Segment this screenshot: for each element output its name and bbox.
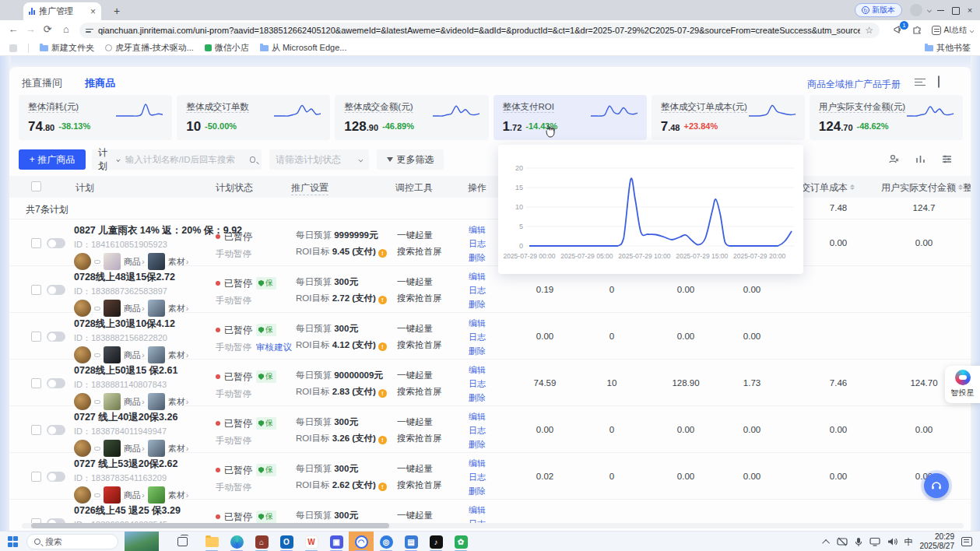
plan-title[interactable]: 0728线上50退15 保2.61: [74, 364, 218, 377]
metrics-columns-icon[interactable]: [913, 153, 927, 167]
plan-title[interactable]: 0728线上48退15保2.72: [74, 271, 218, 284]
search-top-screen-link[interactable]: 搜索抢首屏: [397, 386, 459, 398]
plan-title[interactable]: 0827 儿童雨衣 14% 返：20% 保：9.92: [74, 224, 218, 237]
stat-card-orders[interactable]: 整体成交订单数 10-50.00%: [177, 95, 330, 140]
edit-link[interactable]: 编辑: [462, 411, 493, 423]
row-enable-toggle[interactable]: [47, 238, 65, 248]
delete-link[interactable]: 删除: [462, 486, 493, 497]
tab-close-icon[interactable]: ×: [90, 6, 96, 17]
search-top-screen-link[interactable]: 搜索抢首屏: [397, 433, 459, 444]
fullscreen-icon[interactable]: [938, 76, 952, 89]
speaker-icon[interactable]: [887, 537, 897, 546]
reload-icon[interactable]: ⟳: [40, 23, 54, 35]
microphone-icon[interactable]: [855, 537, 862, 547]
stat-card-cost[interactable]: 整体消耗(元) 74.80-38.13%: [19, 95, 172, 140]
profile-avatar[interactable]: [910, 4, 922, 16]
log-link[interactable]: 日志: [462, 378, 493, 390]
taskbar-browser2-icon[interactable]: ◎: [374, 532, 399, 551]
taskbar-explorer-icon[interactable]: [199, 532, 224, 551]
search-top-screen-link[interactable]: 搜索抢首屏: [397, 339, 459, 351]
horizontal-scrollbar[interactable]: [22, 523, 964, 528]
taskbar-edge-icon[interactable]: [224, 532, 249, 551]
home-icon[interactable]: ⌂: [59, 23, 73, 35]
close-button[interactable]: ×: [964, 5, 975, 15]
version-badge[interactable]: ↻新版本: [855, 3, 902, 17]
edit-link[interactable]: 编辑: [462, 364, 493, 376]
log-link[interactable]: 日志: [462, 332, 493, 343]
log-link[interactable]: 日志: [462, 285, 493, 297]
delete-link[interactable]: 删除: [462, 346, 493, 357]
search-top-screen-link[interactable]: 搜索抢首屏: [397, 479, 459, 491]
row-enable-toggle[interactable]: [47, 472, 65, 482]
add-promotion-button[interactable]: + 推广商品: [19, 149, 86, 170]
row-checkbox[interactable]: [31, 285, 41, 295]
minimize-button[interactable]: [935, 5, 946, 11]
assistant-widget[interactable]: 智投星: [945, 366, 980, 403]
log-link[interactable]: 日志: [462, 425, 493, 437]
plan-title[interactable]: 0727 线上40退20保3.26: [74, 411, 218, 424]
taskbar-outlook-icon[interactable]: O: [274, 532, 299, 551]
stat-card-order-cost[interactable]: 整体成交订单成本(元) 7.48+23.84%: [652, 95, 805, 140]
notification-center-icon[interactable]: [961, 537, 972, 546]
new-tab-button[interactable]: +: [109, 4, 125, 19]
forward-icon[interactable]: →: [23, 23, 37, 35]
tray-expand-icon[interactable]: [822, 539, 830, 546]
stat-card-user-pay[interactable]: 用户实际支付金额(元) 124.70-48.62%: [810, 95, 963, 140]
edit-link[interactable]: 编辑: [462, 224, 493, 236]
taskbar-clock[interactable]: 20:29 2025/8/27: [920, 532, 955, 551]
select-all-checkbox[interactable]: [31, 181, 41, 191]
one-key-boost-link[interactable]: 一键起量: [397, 370, 459, 381]
url-box[interactable]: qianchuan.jinritemai.com/uni-prom?aavid=…: [79, 23, 880, 38]
bookmark-item[interactable]: 微信小店: [205, 42, 249, 54]
site-settings-icon[interactable]: [86, 29, 93, 33]
row-checkbox[interactable]: [31, 332, 41, 342]
one-key-boost-link[interactable]: 一键起量: [397, 230, 459, 241]
bookmark-item[interactable]: 新建文件夹: [40, 42, 94, 54]
delete-link[interactable]: 删除: [462, 439, 493, 451]
network-display-icon[interactable]: [869, 537, 880, 546]
bookmark-star-icon[interactable]: ☆: [865, 25, 873, 36]
ime-indicator[interactable]: 中: [904, 536, 913, 548]
side-panel-icon[interactable]: [9, 44, 17, 52]
one-key-boost-link[interactable]: 一键起量: [397, 463, 459, 475]
delete-link[interactable]: 删除: [462, 392, 493, 404]
more-filters-button[interactable]: 更多筛选: [377, 149, 444, 170]
tab-promote-product[interactable]: 推商品: [85, 76, 115, 90]
url-text[interactable]: qianchuan.jinritemai.com/uni-prom?aavid=…: [98, 26, 860, 35]
weather-widget[interactable]: [125, 532, 159, 551]
taskbar-active-browser-icon[interactable]: ◠: [349, 532, 374, 551]
one-key-boost-link[interactable]: 一键起量: [397, 416, 459, 428]
edit-link[interactable]: 编辑: [462, 271, 493, 283]
back-icon[interactable]: ←: [6, 23, 20, 35]
plan-title[interactable]: 0727 线上53退20保2.62: [74, 458, 218, 471]
other-bookmarks[interactable]: 其他书签: [925, 42, 971, 54]
tab-promote-live[interactable]: 推直播间: [22, 76, 62, 90]
taskbar-tiktok-icon[interactable]: ♪: [423, 532, 448, 551]
taskbar-search[interactable]: 搜索: [26, 534, 118, 549]
edit-link[interactable]: 编辑: [462, 318, 493, 329]
product-manual-link[interactable]: 商品全域推广产品手册: [807, 78, 901, 91]
search-icon[interactable]: [250, 156, 255, 163]
customer-manage-icon[interactable]: [887, 153, 901, 167]
plan-title[interactable]: 0726线上45 退25 保3.29: [74, 504, 218, 518]
search-top-screen-link[interactable]: 搜索抢首屏: [397, 246, 459, 258]
search-type-select[interactable]: 计划: [98, 146, 121, 173]
log-link[interactable]: 日志: [462, 472, 493, 483]
taskbar-wechat-work-icon[interactable]: ✿: [448, 532, 473, 551]
row-checkbox[interactable]: [31, 425, 41, 435]
touchpad-off-icon[interactable]: [837, 537, 848, 546]
edit-link[interactable]: 编辑: [462, 504, 493, 516]
taskbar-store-icon[interactable]: ⌂: [249, 532, 274, 551]
warning-icon[interactable]: [378, 342, 387, 351]
review-suggestion-link[interactable]: 审核建议: [256, 342, 292, 352]
bookmark-item[interactable]: 从 Microsoft Edge...: [260, 42, 347, 54]
browser-tab[interactable]: 推广管理 ×: [23, 2, 101, 20]
display-settings-icon[interactable]: [913, 76, 927, 89]
taskbar-app-icon[interactable]: ▣: [324, 532, 349, 551]
warning-icon[interactable]: [378, 249, 387, 258]
row-enable-toggle[interactable]: [47, 285, 65, 295]
col-user-pay[interactable]: 用户实际支付金额: [881, 181, 963, 195]
search-input[interactable]: [125, 155, 245, 164]
row-enable-toggle[interactable]: [47, 378, 65, 388]
bookmark-item[interactable]: 虎牙直播-技术驱动...: [105, 42, 194, 54]
